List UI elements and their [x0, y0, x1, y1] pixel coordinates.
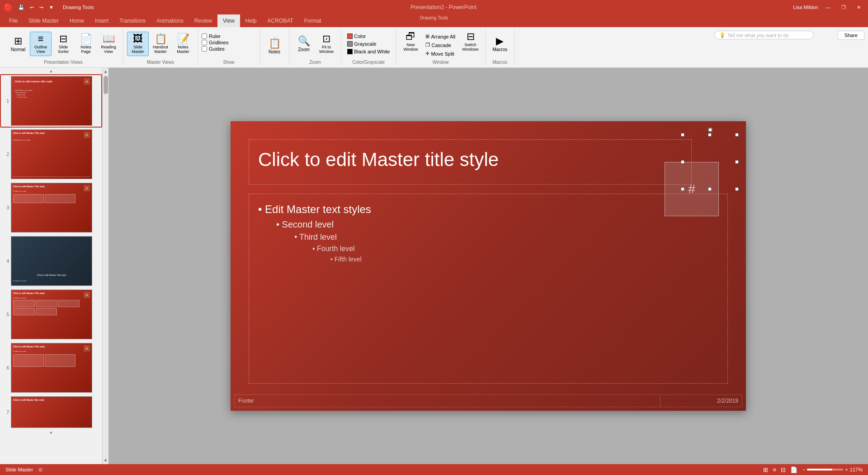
zoom-slider[interactable] [807, 469, 843, 470]
slide-thumb-2[interactable]: 2 Click to edit Master Title style Edit … [0, 128, 102, 181]
content-level2-text: Second level [282, 219, 334, 229]
slide-num-2: 2 [2, 152, 9, 157]
resize-handle-mr[interactable] [735, 160, 739, 164]
scroll-down-btn[interactable]: ▼ [102, 457, 109, 464]
outline-view-btn[interactable]: ≡ OutlineView [30, 32, 52, 56]
tab-format[interactable]: Format [299, 14, 327, 27]
fit-to-window-btn[interactable]: ⊡ Fit toWindow [316, 32, 337, 56]
ruler-checkbox-row[interactable]: Ruler [202, 33, 256, 39]
new-window-btn[interactable]: 🗗 NewWindow [400, 30, 421, 57]
view-icon-normal[interactable]: ⊞ [762, 466, 769, 474]
tab-review[interactable]: Review [189, 14, 217, 27]
zoom-in-btn[interactable]: + [845, 467, 848, 472]
restore-btn[interactable]: ❐ [838, 4, 849, 11]
macros-icon: ▶ [496, 36, 504, 46]
slide-master-btn[interactable]: 🖼 SlideMaster [127, 32, 149, 56]
hash-container[interactable]: # [683, 135, 737, 189]
slide6-content: Edit Master text styles [13, 351, 90, 367]
zoom-btn[interactable]: 🔍 Zoom [293, 34, 315, 54]
resize-handle-tl[interactable] [681, 133, 684, 137]
notes-master-icon: 📝 [177, 34, 189, 44]
slide-thumb-5[interactable]: 5 Click to edit Master Title style Edit … [0, 288, 102, 341]
drawing-tools-label: Drawing Tools [63, 5, 94, 10]
zoom-out-btn[interactable]: − [802, 467, 805, 472]
notes-page-btn[interactable]: 📄 NotesPage [75, 32, 97, 56]
scroll-up-btn[interactable]: ▲ [102, 68, 109, 75]
color-btn[interactable]: Color [345, 33, 392, 40]
cascade-label: Cascade [431, 43, 451, 48]
slide-panel-scrollbar[interactable]: ▲ ▼ [102, 68, 108, 464]
save-quick-btn[interactable]: 💾 [16, 4, 26, 11]
black-white-btn[interactable]: Black and White [345, 48, 392, 55]
content-level3-text: Third level [299, 233, 337, 242]
macros-buttons: ▶ Macros [489, 30, 511, 58]
redo-quick-btn[interactable]: ↪ [38, 4, 45, 11]
rotate-handle[interactable] [708, 128, 712, 132]
ruler-checkbox[interactable] [202, 33, 207, 39]
zoom-group-label: Zoom [309, 58, 321, 65]
minimize-btn[interactable]: — [822, 4, 834, 11]
tab-transitions[interactable]: Transitions [114, 14, 151, 27]
tab-slide-master[interactable]: Slide Master [23, 14, 64, 27]
slide-content-area[interactable]: • Edit Master text styles • Second level… [249, 194, 728, 384]
slide-thumb-4[interactable]: 4 Click to edit Master Title style Edit … [0, 234, 102, 288]
tab-help[interactable]: Help [240, 14, 262, 27]
normal-view-btn[interactable]: ⊞ Normal [7, 34, 29, 54]
slide-thumb-3[interactable]: 3 Click to edit Master Title style Edit … [0, 181, 102, 234]
tab-home[interactable]: Home [64, 14, 90, 27]
move-split-btn[interactable]: ✛ Move Split [423, 50, 458, 57]
slide5-c5 [36, 308, 57, 315]
resize-handle-tm[interactable] [708, 133, 712, 137]
share-button[interactable]: Share [838, 31, 864, 40]
scroll-thumb[interactable] [104, 76, 108, 94]
guides-checkbox-row[interactable]: Guides [202, 46, 256, 52]
guides-label: Guides [209, 46, 225, 52]
slide-canvas[interactable]: Click to edit Master title style • Edit … [231, 121, 746, 411]
close-btn[interactable]: ✕ [853, 4, 864, 11]
slide-thumb-1[interactable]: 1 Click to edit master title style Edit … [0, 74, 102, 128]
view-icon-sorter[interactable]: ⊟ [779, 466, 787, 474]
reading-view-btn[interactable]: 📖 ReadingView [98, 32, 119, 56]
tab-file[interactable]: File [4, 14, 23, 27]
notes-master-btn[interactable]: 📝 NotesMaster [172, 32, 194, 56]
handout-master-btn[interactable]: 📋 HandoutMaster [150, 32, 171, 56]
slide-thumb-6[interactable]: 6 Click to edit Master Title style Edit … [0, 341, 102, 394]
grayscale-btn[interactable]: Grayscale [345, 40, 392, 48]
gridlines-checkbox-row[interactable]: Gridlines [202, 40, 256, 45]
resize-handle-tr[interactable] [735, 133, 739, 137]
slide-img-6: Click to edit Master Title style Edit Ma… [11, 343, 92, 393]
content-level5: • Fifth level [330, 256, 718, 263]
hash-box[interactable]: # [665, 162, 719, 216]
zoom-level: 117% [850, 467, 863, 472]
undo-quick-btn[interactable]: ↩ [28, 4, 36, 11]
switch-windows-btn[interactable]: ⊟ SwitchWindows [459, 30, 481, 57]
footer-left-text[interactable]: Footer [235, 395, 660, 407]
guides-checkbox[interactable] [202, 46, 207, 52]
view-icon-outline[interactable]: ≡ [771, 466, 778, 474]
customize-quick-btn[interactable]: ▼ [47, 4, 56, 11]
notes-btn[interactable]: 📋 Notes [264, 37, 285, 56]
macros-group-label: Macros [492, 58, 507, 65]
notes-page-icon: 📄 [80, 34, 92, 44]
tab-acrobat[interactable]: ACROBAT [262, 14, 299, 27]
arrange-all-icon: ⊞ [425, 33, 429, 39]
view-icon-reading[interactable]: 📄 [789, 466, 799, 474]
reading-view-label: ReadingView [101, 45, 116, 54]
slide-title-area[interactable]: Click to edit Master title style [249, 139, 692, 185]
scroll-down-arrow[interactable]: ▼ [0, 430, 102, 436]
slide-title-text[interactable]: Click to edit Master title style [249, 140, 691, 180]
slide-thumb-7[interactable]: 7 Click to edit Master title style [0, 394, 102, 430]
cascade-btn[interactable]: ❐ Cascade [423, 41, 458, 49]
tab-animations[interactable]: Animations [151, 14, 189, 27]
arrange-all-btn[interactable]: ⊞ Arrange All [423, 33, 458, 40]
tab-insert[interactable]: Insert [90, 14, 114, 27]
slide-sorter-btn[interactable]: ⊟ SlideSorter [52, 32, 74, 56]
macros-btn[interactable]: ▶ Macros [489, 34, 511, 54]
resize-handle-br[interactable] [735, 187, 739, 191]
gridlines-checkbox[interactable] [202, 40, 207, 45]
tell-me-input[interactable]: 💡 Tell me what you want to do [714, 31, 814, 39]
quick-access-toolbar: 💾 ↩ ↪ ▼ [16, 4, 56, 11]
status-right: ⊞ ≡ ⊟ 📄 − + 117% [762, 466, 863, 474]
tab-view[interactable]: View [217, 14, 240, 27]
scroll-up-arrow[interactable]: ▲ [0, 68, 102, 74]
